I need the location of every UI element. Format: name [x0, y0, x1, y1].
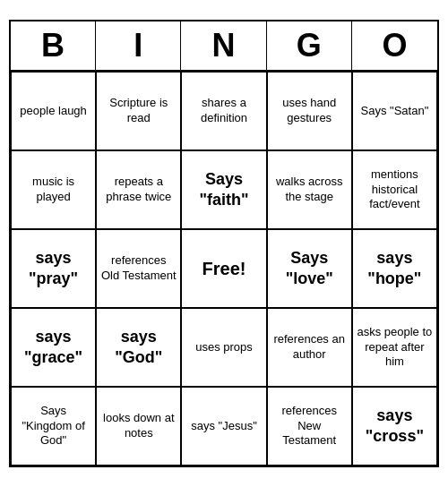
bingo-cell-23: references New Testament [267, 387, 352, 466]
header-letter-o: O [352, 21, 437, 70]
header-letter-i: I [96, 21, 181, 70]
bingo-cell-4: Says "Satan" [352, 72, 437, 150]
bingo-cell-18: references an author [267, 308, 352, 387]
bingo-cell-2: shares a definition [181, 72, 266, 150]
bingo-cell-10: says "pray" [11, 229, 96, 308]
bingo-cell-8: walks across the stage [267, 150, 352, 229]
bingo-header: BINGO [11, 21, 437, 72]
bingo-card: BINGO people laughScripture is readshare… [9, 20, 439, 467]
bingo-cell-20: Says "Kingdom of God" [11, 387, 96, 466]
bingo-cell-6: repeats a phrase twice [96, 150, 181, 229]
header-letter-g: G [267, 21, 352, 70]
bingo-cell-5: music is played [11, 150, 96, 229]
bingo-cell-16: says "God" [96, 308, 181, 387]
free-space: Free! [181, 229, 266, 308]
header-letter-b: B [11, 21, 96, 70]
bingo-cell-14: says "hope" [352, 229, 437, 308]
bingo-cell-15: says "grace" [11, 308, 96, 387]
bingo-cell-22: says "Jesus" [181, 387, 266, 466]
bingo-cell-3: uses hand gestures [267, 72, 352, 150]
bingo-cell-1: Scripture is read [96, 72, 181, 150]
bingo-cell-21: looks down at notes [96, 387, 181, 466]
bingo-cell-9: mentions historical fact/event [352, 150, 437, 229]
bingo-cell-24: says "cross" [352, 387, 437, 466]
bingo-cell-0: people laugh [11, 72, 96, 150]
bingo-grid: people laughScripture is readshares a de… [11, 72, 437, 466]
bingo-cell-19: asks people to repeat after him [352, 308, 437, 387]
bingo-cell-7: Says "faith" [181, 150, 266, 229]
header-letter-n: N [181, 21, 266, 70]
bingo-cell-17: uses props [181, 308, 266, 387]
bingo-cell-13: Says "love" [267, 229, 352, 308]
bingo-cell-11: references Old Testament [96, 229, 181, 308]
